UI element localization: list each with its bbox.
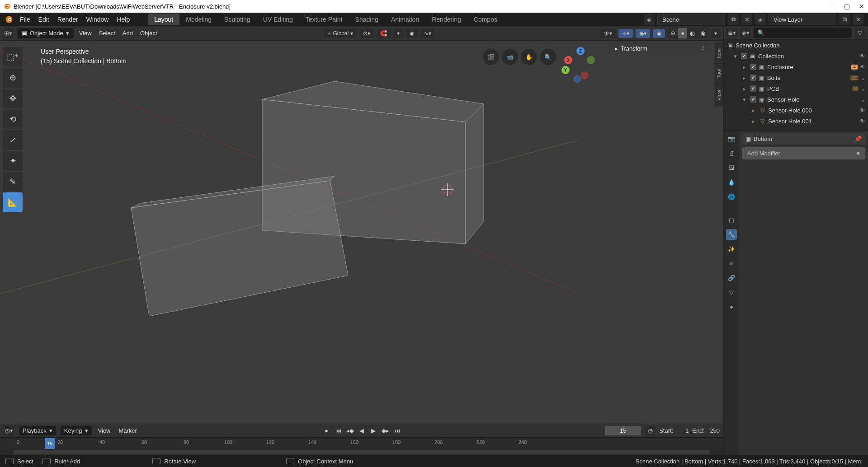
eye-icon[interactable]: 👁 [859,107,865,114]
window-minimize-button[interactable]: — [829,3,835,10]
checkbox-icon[interactable]: ✔ [750,75,756,81]
gizmo-toggle[interactable]: ⊹▾ [618,29,633,38]
zoom-camera-icon[interactable]: 🎬 [483,49,499,65]
checkbox-icon[interactable]: ✔ [741,53,747,59]
prop-tab-material[interactable]: ● [726,301,737,312]
prop-tab-modifiers[interactable]: 🔧 [726,229,737,240]
timeline-menu-view[interactable]: View [96,427,113,434]
navigation-gizmo[interactable]: Z X Y [561,47,597,83]
checkbox-icon[interactable]: ✔ [750,64,756,70]
outliner[interactable]: ▣ Scene Collection ▾ ✔ ▣ Collection 👁 ▸ … [724,40,868,130]
timeline-scrollbar[interactable] [0,449,723,455]
playhead[interactable]: 15 [45,438,55,449]
overlay-toggle[interactable]: ◉▾ [636,29,650,38]
checkbox-icon[interactable]: ✔ [750,96,756,103]
workspace-compositing[interactable]: Compos [467,14,504,25]
chevron-right-icon[interactable]: ▸ [743,75,748,81]
pin-icon[interactable]: 📌 [854,135,862,142]
window-maximize-button[interactable]: ▢ [844,3,850,10]
eye-icon[interactable]: ⌄ [860,75,865,81]
axis-y[interactable]: Y [561,66,570,74]
prop-tab-viewlayer[interactable]: 🖼 [726,162,737,173]
workspace-rendering[interactable]: Rendering [425,14,467,25]
scene-name-input[interactable] [657,14,725,25]
scene-browse-icon[interactable]: ◈ [644,14,655,25]
start-frame-field[interactable]: Start: 1 [659,427,689,434]
viewlayer-name-input[interactable] [769,14,836,25]
proportional-edit[interactable]: ◉ [406,29,418,38]
tool-annotate[interactable]: ✎ [3,172,23,191]
tool-rotate[interactable]: ⟲ [3,109,23,129]
viewlayer-delete-icon[interactable]: ✕ [853,14,863,25]
workspace-modeling[interactable]: Modeling [179,14,218,25]
tree-sensorhole-001[interactable]: ▸ ▽ Sensor Hole.001 👁 [724,116,868,126]
workspace-uvediting[interactable]: UV Editing [257,14,299,25]
blender-logo-icon[interactable] [5,15,14,24]
checkbox-icon[interactable]: ✔ [750,85,756,92]
playback-dropdown[interactable]: Playback ▾ [19,426,56,435]
chevron-down-icon[interactable]: ▾ [743,96,748,103]
workspace-texturepaint[interactable]: Texture Paint [299,14,349,25]
visibility-dropdown[interactable]: 👁▾ [600,29,616,38]
axis-neg-y[interactable] [587,56,595,64]
prop-tab-render[interactable]: 📷 [726,133,737,144]
use-range-icon[interactable]: ◔ [645,425,656,436]
mode-dropdown[interactable]: ▣ Object Mode ▾ [17,28,74,38]
tool-move[interactable]: ✥ [3,89,23,108]
viewport-menu-select[interactable]: Select [97,30,117,37]
tree-scene-collection[interactable]: ▣ Scene Collection [724,40,868,51]
tree-bolts[interactable]: ▸ ✔ ▣ Bolts 12 ⌄ [724,72,868,83]
workspace-shading[interactable]: Shading [349,14,385,25]
chevron-right-icon[interactable]: ▸ [743,64,748,70]
window-close-button[interactable]: ✕ [859,3,864,10]
tool-select-box[interactable]: ⬚⁺ [3,47,23,67]
3d-viewport[interactable]: ⬚⁺ ⊕ ✥ ⟲ ⤢ ✦ ✎ 📐 User Perspective (15) S… [0,41,723,424]
sidebar-tab-view[interactable]: View [714,84,723,106]
sidebar-tab-tool[interactable]: Tool [714,63,723,84]
tree-collection[interactable]: ▾ ✔ ▣ Collection 👁 [724,51,868,61]
viewlayer-new-icon[interactable]: ⧉ [839,14,850,25]
axis-x[interactable]: X [564,56,572,64]
scene-delete-icon[interactable]: ✕ [741,14,752,25]
timeline-editor-icon[interactable]: ◷▾ [4,425,14,436]
eye-icon[interactable]: ⌄ [860,96,865,103]
workspace-animation[interactable]: Animation [385,14,425,25]
menu-help[interactable]: Help [117,16,130,23]
workspace-layout[interactable]: Layout [148,14,179,25]
timeline-strip[interactable]: 15 0 20 40 60 80 100 120 140 160 180 200… [0,437,723,449]
chevron-right-icon[interactable]: ▸ [752,129,757,131]
tree-sensor-side-cuto[interactable]: ▸ ▽ Sensor Side Cuto 👁 [724,126,868,130]
keyframe-next-icon[interactable]: ◆▸ [380,426,390,436]
timeline-menu-marker[interactable]: Marker [117,427,138,434]
prop-tab-physics[interactable]: ⚛ [726,258,737,269]
axis-neg-z[interactable] [573,75,581,83]
keyframe-prev-icon[interactable]: ◂◆ [345,426,355,436]
play-reverse-icon[interactable]: ◀ [357,426,367,436]
shading-solid[interactable]: ● [678,28,687,38]
tree-sensorhole[interactable]: ▾ ✔ ▣ Sensor Hole ⌄ [724,94,868,105]
menu-edit[interactable]: Edit [38,16,49,23]
current-frame-input[interactable]: 15 [605,426,641,435]
eye-icon[interactable]: 👁 [859,129,865,131]
autokey-toggle[interactable]: ● [321,426,331,436]
axis-z[interactable]: Z [576,47,585,55]
play-icon[interactable]: ▶ [368,426,378,436]
menu-window[interactable]: Window [86,16,109,23]
transform-orientation[interactable]: ⟐ Global ▾ [324,29,357,38]
shading-options[interactable]: ▾ [711,29,721,38]
shading-material[interactable]: ◐ [687,28,698,38]
outliner-editor-icon[interactable]: ≣▾ [726,28,737,38]
eye-icon[interactable]: 👁 [859,64,865,70]
shading-rendered[interactable]: ◉ [698,28,708,38]
tool-cursor[interactable]: ⊕ [3,68,23,88]
camera-view-icon[interactable]: 📹 [502,49,518,65]
zoom-view-icon[interactable]: 🔍 [540,49,556,65]
xray-toggle[interactable]: ▣ [653,29,665,38]
sidebar-tab-item[interactable]: Item [714,42,723,63]
jump-start-icon[interactable]: ⏮ [333,426,343,436]
tool-transform[interactable]: ✦ [3,151,23,171]
tree-pcb[interactable]: ▸ ✔ ▣ PCB 9 ⌄ [724,83,868,94]
menu-render[interactable]: Render [57,16,78,23]
axis-neg-x[interactable] [580,71,589,79]
chevron-right-icon[interactable]: ▸ [743,85,748,92]
